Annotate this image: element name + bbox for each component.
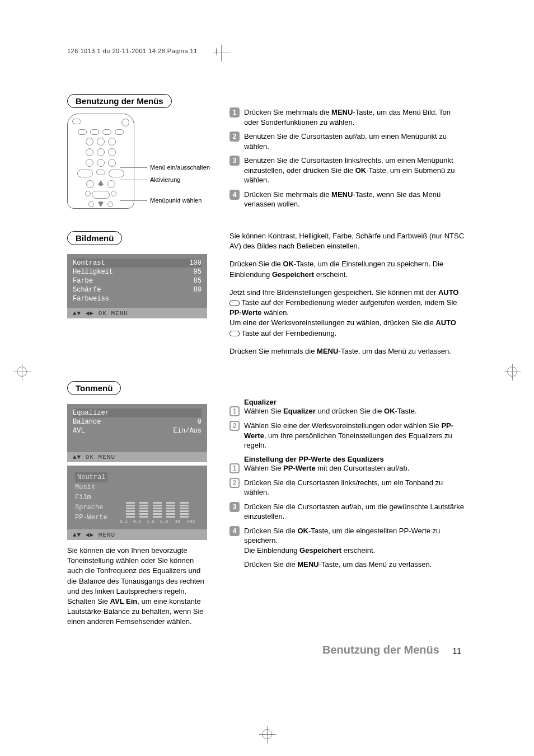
lead-line [120,167,147,168]
registration-mark-icon [507,367,517,377]
step-1: 1 Drücken Sie mehrmals die MENU-Taste, u… [229,107,467,127]
step-badge-3: 3 [229,502,240,512]
remote-outline [67,114,134,209]
remote-label-menu: Menü ein/ausschalten [150,164,210,171]
picture-save: Drücken Sie die OK-Taste, um die Einstel… [229,259,467,279]
auto-button-icon [229,331,240,336]
remote-label-activate: Aktivierung [150,176,180,183]
eq-preset: Neutral [77,472,105,482]
pp-step-1: 1 Wählen Sie PP-Werte mit den Cursortast… [229,463,467,473]
eq-preset: Film [75,492,107,503]
remote-diagram: Menü ein/ausschalten Aktivierung Menüpun… [67,114,207,214]
eq-preset: PP-Werte [75,513,107,523]
eq-sliders-icon [113,492,202,518]
step-badge-1: 1 [229,406,240,416]
step-4: 4 Drücken Sie mehrmals die MENU-Taste, w… [229,190,467,209]
sound-note: Sie können die von Ihnen bevorzugte Tone… [67,546,207,627]
page-footer: Benutzung der Menüs 11 [67,644,467,656]
section-title-picture: Bildmenü [67,231,122,245]
pp-heading: Einstellung der PP-Werte des Equalizers [229,455,467,463]
step-badge-4: 4 [229,190,240,200]
step-badge-4: 4 [229,526,240,536]
step-badge-3: 3 [229,156,240,166]
step-badge-1: 1 [229,107,240,118]
picture-intro: Sie können Kontrast, Helligkeit, Farbe, … [229,231,467,251]
equalizer-heading: Equalizer [229,398,467,406]
osd-footer-hints: ▲▼ ◀▶ OK MENU [67,308,207,318]
registration-mark-icon [216,48,217,55]
pp-step-2: 2 Drücken Sie die Cursortasten links/rec… [229,478,467,497]
osd-footer-hints: ▲▼ ◀▶ MENU [67,529,207,540]
section-title-menus: Benutzung der Menüs [67,94,172,108]
header-text: 126 1013.1 du 20-11-2001 14:28 Pagina 11 [67,48,198,54]
osd-value: 85 [194,277,202,285]
osd-item: Balance [73,418,101,426]
lead-line [120,180,147,180]
osd-equalizer-menu: Neutral Musik Film Sprache PP-Werte [67,466,207,529]
registration-mark-icon [262,729,272,739]
auto-button-icon [229,300,240,306]
osd-value: 80 [194,286,202,294]
osd-item: Helligkeit [73,268,113,276]
osd-item: Schärfe [73,286,101,294]
osd-item: AVL [73,427,85,435]
footer-title: Benutzung der Menüs [322,644,439,656]
osd-value: Ein/Aus [174,427,202,435]
osd-value: 0 [198,418,202,426]
step-badge-2: 2 [229,132,240,142]
osd-sound-menu: Equalizer Balance0 AVLEin/Aus [67,404,207,452]
lead-line [120,200,147,201]
osd-value: 100 [189,259,202,267]
pp-exit: Drücken Sie die MENU-Taste, um das Menü … [229,560,467,570]
step-2: 2 Benutzen Sie die Cursortasten auf/ab, … [229,132,467,151]
step-badge-2: 2 [229,478,240,488]
eq-step-2: 2 Wählen Sie eine der Werksvoreinstellun… [229,421,467,450]
eq-preset: Musik [75,482,107,492]
eq-step-1: 1 Wählen Sie Equalizer und drücken Sie d… [229,406,467,416]
picture-recall: Jetzt sind Ihre Bildeinstellungen gespei… [229,288,467,339]
picture-exit: Drücken Sie mehrmals die MENU-Taste, um … [229,346,467,356]
osd-item: Farbweiss [73,295,109,303]
osd-item: Kontrast [73,259,105,267]
footer-page-number: 11 [452,646,461,655]
step-badge-1: 1 [229,463,240,473]
osd-value: 95 [194,268,202,276]
osd-footer-hints: ▲▼ OK MENU [67,452,207,462]
registration-mark-icon [17,367,27,377]
eq-preset: Sprache [75,503,107,513]
osd-picture-menu: Kontrast100 Helligkeit95 Farbe85 Schärfe… [67,254,207,308]
step-3: 3 Benutzen Sie die Cursortasten links/re… [229,156,467,185]
osd-item: Equalizer [73,409,109,417]
print-header: 126 1013.1 du 20-11-2001 14:28 Pagina 11 [67,48,467,55]
pp-step-3: 3 Drücken Sie die Cursortasten auf/ab, u… [229,502,467,522]
osd-item: Farbe [73,277,93,285]
step-badge-2: 2 [229,421,240,431]
pp-step-4: 4 Drücken Sie die OK-Taste, um die einge… [229,526,467,556]
remote-label-select: Menüpunkt wählen [150,197,202,204]
section-title-sound: Tonmenü [67,381,121,395]
eq-frequency-labels: 0.1 0.5 1.5 5.0 10 kHz [113,519,202,524]
